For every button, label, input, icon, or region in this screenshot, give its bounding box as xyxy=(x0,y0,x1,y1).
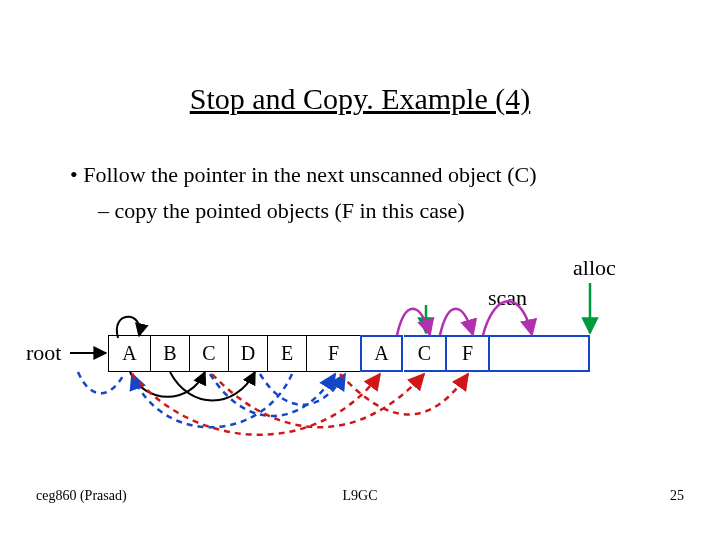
new-ptr-a-c xyxy=(397,309,430,335)
cell-D: D xyxy=(229,335,268,372)
dash-d-f xyxy=(260,374,345,405)
new-ptr-c-f xyxy=(440,309,473,335)
root-label: root xyxy=(26,340,61,366)
bullet-1: • Follow the pointer in the next unscann… xyxy=(70,160,537,190)
footer-right: 25 xyxy=(670,488,684,504)
dash-c-f xyxy=(210,374,335,416)
dash-e-a xyxy=(132,374,292,427)
alloc-label: alloc xyxy=(573,255,616,281)
cell-F: F xyxy=(307,335,361,372)
cell-empty xyxy=(490,335,590,372)
from-space: ABCDEF xyxy=(108,335,361,372)
old-ptr-b-d xyxy=(170,372,255,401)
cell-F: F xyxy=(447,335,490,372)
bullet-2: – copy the pointed objects (F in this ca… xyxy=(98,196,537,226)
fwd-f xyxy=(340,374,468,415)
cell-B: B xyxy=(151,335,190,372)
bullet-list: • Follow the pointer in the next unscann… xyxy=(70,160,537,225)
scan-label: scan xyxy=(488,285,527,311)
cell-C: C xyxy=(190,335,229,372)
old-ptr-a-c xyxy=(130,372,205,397)
footer-center: L9GC xyxy=(0,488,720,504)
slide-title: Stop and Copy. Example (4) xyxy=(0,82,720,116)
cell-E: E xyxy=(268,335,307,372)
cell-A: A xyxy=(360,335,403,372)
cell-C: C xyxy=(404,335,447,372)
dash-root-a xyxy=(78,372,124,393)
fwd-c xyxy=(212,374,424,427)
to-space: ACF xyxy=(361,335,590,372)
fwd-a xyxy=(132,374,380,435)
cell-A: A xyxy=(108,335,151,372)
